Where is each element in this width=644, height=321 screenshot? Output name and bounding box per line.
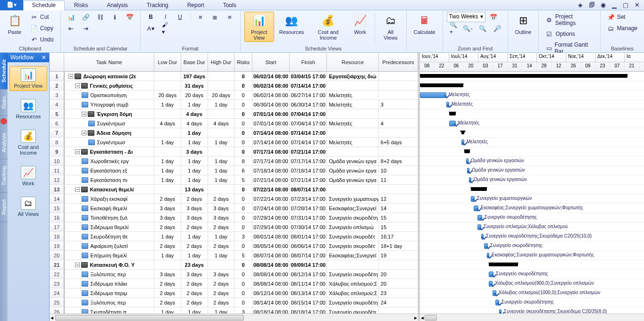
gantt-bar[interactable] [471,187,487,191]
task-row[interactable]: 3Οριστικοποίηση20 days20 days20 days006/… [50,91,418,100]
task-row[interactable]: 5−Έγκριση δόμη4 days007/01/14 08:0007/04… [50,109,418,119]
gantt-bar[interactable]: Εκσκαφέας;Συνεργείο χωματουργικών;Φορτωτ… [487,253,489,258]
gantt-h-scroll[interactable]: ◂▸ [420,313,644,321]
gantt-bar[interactable]: Μελετητές [449,121,456,126]
side-tab-analysis[interactable]: Analysis [0,126,8,159]
gantt-bar[interactable]: Μελετητές [461,140,464,145]
task-row[interactable]: 14Χάραξη εκσκαφί2 days2 days2 days007/22… [50,194,418,204]
gantt-bar[interactable]: Συνεργείο σκυροδέτησης [489,272,493,277]
underline-btn[interactable]: U [174,12,187,22]
side-tab-schedule[interactable]: Schedule [0,53,8,90]
restore-icon[interactable]: ▢ [621,1,630,9]
close-icon[interactable]: ✕ [633,1,641,9]
align-center[interactable]: ≣ [209,12,222,22]
collapse-icon[interactable]: − [68,74,73,79]
collapse-icon[interactable]: − [82,112,86,116]
task-row[interactable]: 10Χωροθετικές εργ1 day1 day1 day807/17/1… [50,156,418,166]
help-icon[interactable]: ◉ [599,1,607,9]
set-baseline[interactable]: 📌Set [604,12,628,22]
gantt-bar[interactable]: Ομάδα γενικών εργασιών [467,168,469,173]
find-btn[interactable]: 🔎 [491,23,504,33]
side-tab-tracking[interactable]: Tracking [0,159,8,193]
col-header[interactable]: Resource [327,53,379,71]
fill-color[interactable]: 🖌▾ [159,23,172,33]
col-header[interactable]: Start [252,53,290,71]
work-btn[interactable]: 📈Work [349,12,371,36]
gantt-bar[interactable]: Συνεργείο σκυροδέτησης [495,300,499,305]
calculate-btn[interactable]: 🖩Calculate [410,12,439,36]
task-row[interactable]: 17Σιδέρωμα θεμελί2 days2 days2 days007/2… [50,222,418,232]
col-header[interactable]: Low Dur [154,53,181,71]
gantt-bar[interactable]: Συνεργείο σκυροδέτησης;Σκυρόδεμα C20/25(… [481,234,484,239]
gantt-bar[interactable]: Μελετητές [446,102,449,107]
task-row[interactable]: 8Συγκέντρωσ1 day1 day1 day007/14/14 08:0… [50,138,418,147]
task-row[interactable]: 20Επίχωση θεμελί1 day1 day1 day508/07/14… [50,251,418,260]
wf-project-view[interactable]: 📊Project View [9,66,47,91]
gantt-bar[interactable]: Συνεργείο σκυροδέτησης [484,243,488,249]
align-left[interactable]: ≡ [194,12,207,22]
collapse-icon[interactable]: − [75,263,80,267]
outline-btn[interactable]: ⊞Outline [512,12,535,36]
task-row[interactable]: 6Συγκέντρωσ4 days4 days4 days007/01/14 0… [50,119,418,128]
task-row[interactable]: 24Σιδέρωμα περιμ2 days2 days2 days008/12… [50,288,418,298]
menu-schedule[interactable]: Schedule [23,0,65,10]
col-header[interactable]: Predecessors [379,53,418,71]
zoom-fit[interactable]: 🔍 [476,23,489,33]
gantt-bar[interactable]: Συνεονείο σκυοοδέτασης:Σκυοόδεμα C20/25(… [499,309,502,313]
manage-baseline[interactable]: 🗂Manage [604,23,640,33]
task-row[interactable]: 16Τοποθέτηση ξυλ3 days3 days3 days007/29… [50,213,418,222]
task-row[interactable]: 23Σιδέρωμα πλάκι2 days2 days2 days008/08… [50,279,418,288]
btn-2[interactable]: 🔗 [79,12,92,22]
task-row[interactable]: 18Σκυροδέτηση θε1 day1 day1 day308/01/14… [50,232,418,241]
paste-button[interactable]: 📋Paste [4,12,25,36]
task-row[interactable]: 11Εγκατάσταση εξ1 day1 day1 day607/18/14… [50,166,418,175]
gantt-bar[interactable] [420,74,627,78]
btn-5[interactable]: 📅 [123,12,136,22]
task-row[interactable]: 2−Γενικές ρυθμίσεις31 days006/02/14 08:0… [50,81,418,91]
col-header[interactable]: Task Name [64,53,154,71]
gantt-bar[interactable] [420,83,463,87]
menu-analysis[interactable]: Analysis [97,2,137,8]
task-row[interactable]: 19Αφαίρεση ξυλοτί2 days2 days2 days008/0… [50,241,418,251]
zoom-scale[interactable]: Two Weeks▾ [447,12,485,22]
gantt-bar[interactable] [464,149,470,153]
gantt-bar[interactable]: Συνεργείο σκυροδέτησης [477,215,482,221]
wf-work[interactable]: 📈Work [9,164,47,189]
all-views-btn[interactable]: 🗂All Views [379,12,402,42]
zoom-out[interactable]: 🔍- [461,23,475,33]
gantt-bar[interactable]: Ομάδα γενικών εργασιών [469,177,471,183]
col-header[interactable]: Risks [234,53,252,71]
icon-a[interactable]: ◈ [576,1,585,9]
italic-btn[interactable]: I [159,12,172,22]
collapse-icon[interactable]: − [82,131,86,135]
gantt-bar[interactable] [449,112,456,115]
side-tab-report[interactable]: Report [0,193,8,222]
file-menu[interactable]: 📄▾ [0,0,23,10]
icon-b[interactable]: 🗐 [587,1,596,9]
gantt-bar[interactable]: Εκσκαφέας;Συνεργείο χωματουργικών;Φορτωτ… [474,206,478,211]
task-row[interactable]: 13−Κατασκευή θεμελί13 days007/22/14 08:0… [50,185,418,194]
col-header[interactable]: Finish [290,53,327,71]
collapse-icon[interactable]: − [75,187,80,192]
col-header[interactable]: Base Dur [181,53,208,71]
options[interactable]: ☑Options [543,29,577,39]
workflow-close[interactable]: ✕ [42,54,46,61]
copy-button[interactable]: 📄Copy [27,23,57,33]
btn-4[interactable]: ℹ [109,12,122,22]
col-header[interactable]: High Dur [208,53,235,71]
task-row[interactable]: 25Ξυλότυπος περ2 days2 days2 days008/14/… [50,298,418,307]
btn-3[interactable]: ⛓ [94,12,107,22]
gantt-bar[interactable]: Συνεργείο χωματουργικών [471,196,475,202]
project-settings[interactable]: ⚙Project Settings [543,12,596,28]
grid-h-scroll[interactable]: ◂▸ [50,313,418,321]
resources-btn[interactable]: 👥Resources [276,12,308,36]
task-row[interactable]: 1−Διώροφη κατοικία (2ε197 days006/02/14 … [50,72,418,81]
minimize-icon[interactable]: ▁ [610,1,619,9]
cost-income-btn[interactable]: 💰Cost and Income [309,12,347,42]
undo-button[interactable]: ↶Undo [27,34,57,45]
task-row[interactable]: 12Εγκατάσταση πι1 day1 day1 day507/21/14… [50,175,418,185]
wf-cost-and-income[interactable]: 💰Cost and Income [9,127,47,158]
task-row[interactable]: 15Εκσκαφή θεμελί3 days3 days3 days007/24… [50,204,418,213]
left-btn[interactable]: ⇤ [65,23,78,33]
align-right[interactable]: ≡ [223,12,236,22]
